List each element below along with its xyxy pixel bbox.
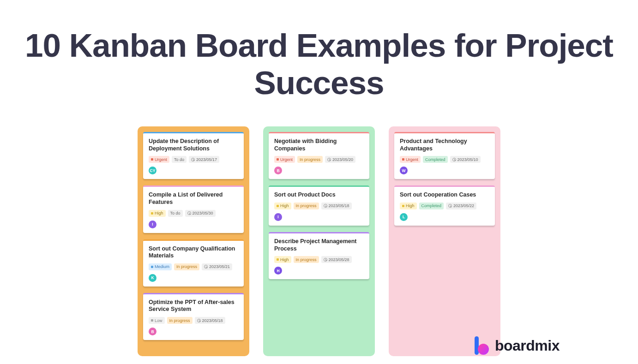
date-tag: 2023/05/18 [195,317,225,324]
priority-tag: Urgent [400,156,421,163]
card-tags: HighIn progress2023/05/28 [274,256,364,263]
date-tag: 2023/05/30 [185,210,216,217]
card-title: Describe Project Management Process [274,238,364,252]
card-tags: HighTo do2023/05/30 [149,210,238,217]
status-tag: In progress [174,263,199,270]
status-tag: In progress [294,256,319,263]
date-tag: 2023/05/17 [189,156,219,163]
card-tags: LowIn progress2023/05/18 [149,317,238,324]
date-tag: 2023/05/10 [450,156,481,163]
clock-icon [324,258,327,262]
kanban-card[interactable]: Negotiate with Bidding CompaniesUrgentIn… [269,132,369,179]
date-tag: 2023/05/21 [202,263,232,270]
brand-logo-block: boardmix [474,335,560,356]
status-tag: In progress [297,156,323,163]
clock-icon [191,158,195,161]
card-title: Update the Description of Deployment Sol… [149,138,238,152]
card-title: Sort out Cooperation Cases [400,191,489,199]
kanban-card[interactable]: Optimize the PPT of After-sales Service … [143,293,244,340]
card-tags: HighIn progress2023/05/18 [274,203,364,209]
boardmix-logo-icon [474,335,490,356]
assignee-avatar: K [149,274,156,282]
priority-tag: High [149,210,166,217]
kanban-card[interactable]: Sort out Product DocsHighIn progress2023… [269,185,369,226]
priority-tag: Urgent [274,156,295,163]
card-tags: HighCompleted2023/05/22 [400,203,489,209]
kanban-board: Update the Description of Deployment Sol… [0,126,638,356]
card-title: Compile a List of Delivered Features [149,191,238,206]
card-tags: UrgentTo do2023/05/17 [149,156,238,163]
status-tag: Completed [419,203,444,209]
kanban-column: Update the Description of Deployment Sol… [138,126,249,356]
priority-tag: High [274,203,291,209]
kanban-card[interactable]: Update the Description of Deployment Sol… [143,132,244,179]
brand-name: boardmix [495,337,560,354]
date-tag: 2023/05/18 [321,203,352,209]
clock-icon [187,211,191,215]
kanban-card[interactable]: Compile a List of Delivered FeaturesHigh… [143,185,244,233]
card-title: Sort out Product Docs [274,191,364,199]
card-tags: UrgentIn progress2023/05/20 [274,156,364,163]
kanban-card[interactable]: Product and Technology AdvantagesUrgentC… [394,132,495,179]
date-tag: 2023/05/20 [325,156,355,163]
kanban-column: Negotiate with Bidding CompaniesUrgentIn… [263,126,375,356]
kanban-column: Product and Technology AdvantagesUrgentC… [389,126,500,356]
clock-icon [327,158,331,161]
assignee-avatar: B [149,328,156,335]
card-title: Optimize the PPT of After-sales Service … [149,299,238,313]
status-tag: To do [172,156,187,163]
card-title: Product and Technology Advantages [400,138,489,152]
kanban-card[interactable]: Sort out Company Qualification Materials… [143,239,244,286]
clock-icon [452,158,456,161]
clock-icon [448,204,452,208]
card-title: Negotiate with Bidding Companies [274,138,364,152]
assignee-avatar: B [274,167,282,174]
card-tags: UrgentCompleted2023/05/10 [400,156,489,163]
card-tags: MediumIn progress2023/05/21 [149,263,238,270]
status-tag: Completed [423,156,448,163]
status-tag: To do [168,210,183,217]
clock-icon [324,204,327,208]
date-tag: 2023/05/22 [446,203,476,209]
assignee-avatar: I [149,221,156,228]
assignee-avatar: W [400,167,408,174]
status-tag: In progress [167,317,193,324]
priority-tag: Low [149,317,165,324]
assignee-avatar: L [400,213,408,221]
kanban-card[interactable]: Sort out Cooperation CasesHighCompleted2… [394,185,495,226]
clock-icon [204,265,208,269]
date-tag: 2023/05/28 [321,256,352,263]
priority-tag: Urgent [149,156,169,163]
card-title: Sort out Company Qualification Materials [149,245,238,260]
priority-tag: High [400,203,417,209]
status-tag: In progress [294,203,319,209]
page-title: 10 Kanban Board Examples for Project Suc… [0,0,638,101]
priority-tag: Medium [149,263,172,270]
assignee-avatar: H [274,267,282,274]
assignee-avatar: I [274,213,282,221]
kanban-card[interactable]: Describe Project Management ProcessHighI… [269,232,369,279]
clock-icon [197,319,201,322]
assignee-avatar: CY [149,167,156,174]
priority-tag: High [274,256,291,263]
